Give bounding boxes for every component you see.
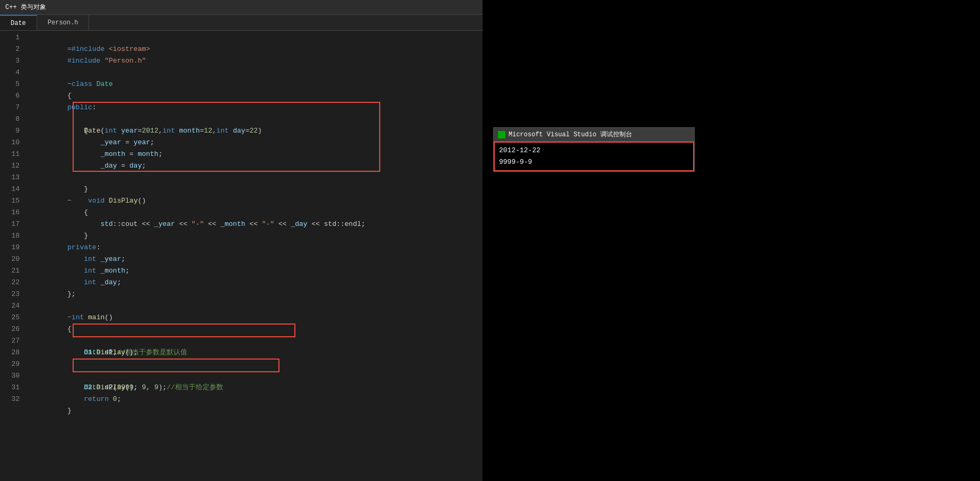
- code-line-4: −class Date: [26, 67, 483, 78]
- console-title: Microsoft Visual Studio 调试控制台: [509, 130, 632, 139]
- console-titlebar: Microsoft Visual Studio 调试控制台: [494, 128, 694, 142]
- code-line-25: {: [26, 312, 483, 323]
- code-line-21: int _day;: [26, 265, 483, 277]
- code-lines: =#include <iostream> #include "Person.h"…: [24, 31, 483, 481]
- code-line-11: _day = day;: [26, 148, 483, 160]
- console-output-line-1: 2012-12-22: [499, 145, 689, 156]
- code-line-28: [26, 347, 483, 358]
- tab-person[interactable]: Person.h: [37, 15, 90, 30]
- code-line-1: =#include <iostream>: [26, 32, 483, 43]
- code-line-15: {: [26, 195, 483, 207]
- code-line-18: private:: [26, 230, 483, 242]
- code-line-12: [26, 160, 483, 172]
- code-area: 1 2 3 4 5 6 7 8 9 10 11 12 13 14 15 16 1…: [0, 31, 483, 481]
- console-output-line-2: 9999-9-9: [499, 156, 689, 168]
- code-line-29: Date d2(9999, 9, 9);//相当于给定参数: [26, 358, 483, 370]
- console-window: Microsoft Visual Studio 调试控制台 2012-12-22…: [493, 127, 695, 172]
- code-line-5: {: [26, 78, 483, 90]
- code-line-32: }: [26, 393, 483, 405]
- code-line-2: #include "Person.h": [26, 43, 483, 55]
- tab-bar: Date Person.h: [0, 15, 483, 31]
- code-line-24: −int main(): [26, 300, 483, 312]
- code-line-10: _month = month;: [26, 137, 483, 148]
- code-line-20: int _month;: [26, 253, 483, 265]
- top-bar-title: C++ 类与对象: [5, 3, 46, 12]
- tab-date[interactable]: Date: [0, 15, 37, 30]
- console-output: 2012-12-22 9999-9-9: [494, 142, 694, 171]
- code-line-3: [26, 55, 483, 67]
- code-line-30: d2.DisPlay();: [26, 370, 483, 382]
- right-panel: Microsoft Visual Studio 调试控制台 2012-12-22…: [483, 0, 980, 481]
- code-line-16: std::cout << _year << "-" << _month << "…: [26, 207, 483, 218]
- code-line-31: return 0;: [26, 382, 483, 393]
- line-numbers: 1 2 3 4 5 6 7 8 9 10 11 12 13 14 15 16 1…: [0, 31, 24, 481]
- console-icon: [498, 131, 505, 138]
- code-line-27: d1.DisPlay();: [26, 335, 483, 347]
- code-line-8: {: [26, 113, 483, 125]
- code-line-13: }: [26, 172, 483, 183]
- code-panel: C++ 类与对象 Date Person.h 1 2 3 4 5 6 7 8 9…: [0, 0, 483, 481]
- code-line-23: [26, 288, 483, 300]
- editor-container: C++ 类与对象 Date Person.h 1 2 3 4 5 6 7 8 9…: [0, 0, 980, 481]
- code-line-7: Date(int year=2012,int month=12,int day=…: [26, 102, 483, 113]
- code-line-17: }: [26, 218, 483, 230]
- code-line-14: − void DisPlay(): [26, 183, 483, 195]
- code-line-6: public:: [26, 90, 483, 102]
- code-line-19: int _year;: [26, 242, 483, 253]
- code-line-26: Date d1;//相当于参数是默认值: [26, 323, 483, 335]
- code-line-9: _year = year;: [26, 125, 483, 137]
- code-line-22: };: [26, 277, 483, 288]
- top-bar: C++ 类与对象: [0, 0, 483, 15]
